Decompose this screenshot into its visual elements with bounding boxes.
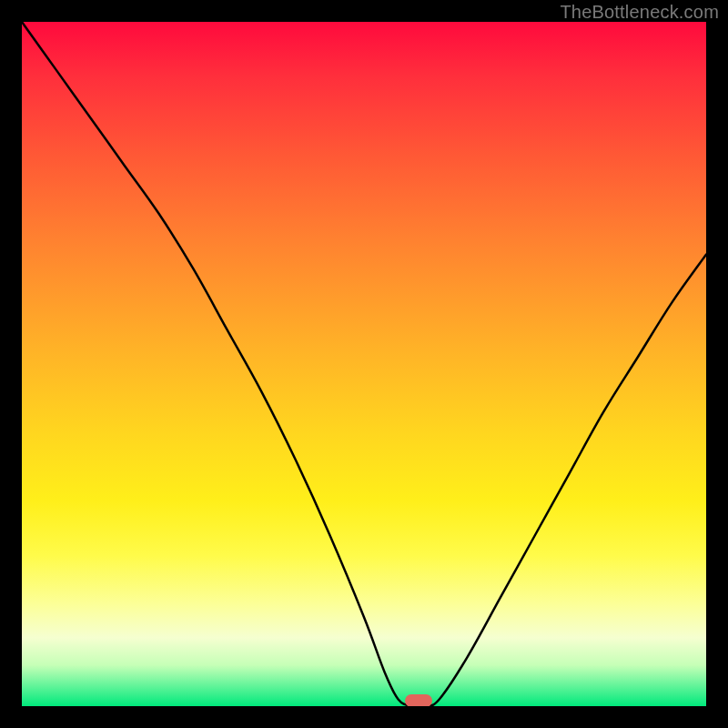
chart-frame: TheBottleneck.com: [0, 0, 728, 728]
curve-layer: [22, 22, 706, 706]
optimum-marker: [405, 694, 432, 706]
watermark-text: TheBottleneck.com: [560, 2, 719, 23]
bottleneck-curve: [22, 22, 706, 706]
plot-area: [22, 22, 706, 706]
